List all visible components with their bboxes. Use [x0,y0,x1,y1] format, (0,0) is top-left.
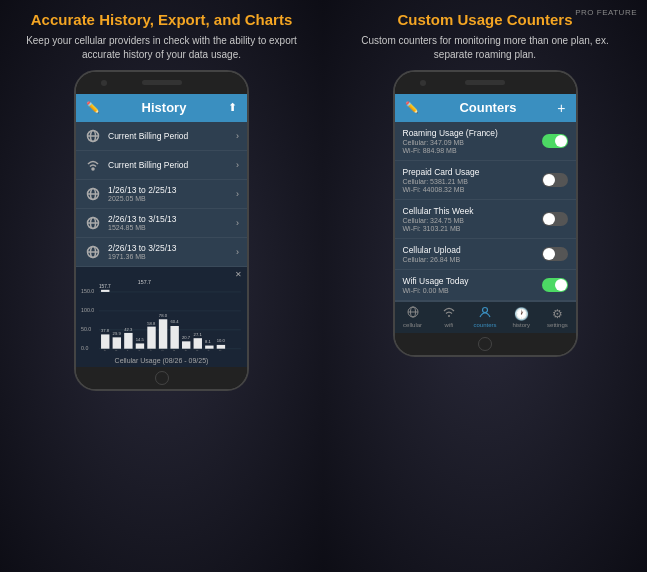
toggle-4[interactable] [542,278,568,292]
tab-wifi[interactable]: wifi [431,302,467,333]
svg-text:09/07: 09/07 [145,348,154,351]
svg-text:42.3: 42.3 [124,326,133,331]
history-item-sub-3: 1524.85 MB [108,224,236,231]
history-item-title-1: Current Billing Period [108,160,236,170]
counters-tab-icon [479,306,491,321]
svg-point-3 [92,168,94,170]
pro-badge: PRO FEATURE [575,8,637,17]
svg-rect-32 [159,319,167,348]
svg-text:37.8: 37.8 [101,327,110,332]
counter-item-content-0: Roaming Usage (France) Cellular: 347.09 … [403,128,542,154]
tab-cellular[interactable]: cellular [395,302,431,333]
history-item-title-2: 1/26/13 to 2/25/13 [108,185,236,195]
svg-text:27.1: 27.1 [194,332,203,337]
toggle-0[interactable] [542,134,568,148]
history-item-title-4: 2/26/13 to 3/25/13 [108,243,236,253]
svg-text:09/22: 09/22 [203,348,212,351]
svg-rect-30 [147,326,155,348]
right-phone-camera [420,80,426,86]
svg-text:08/29: 08/29 [110,348,119,351]
history-item-0[interactable]: Current Billing Period › [76,122,247,151]
tab-history[interactable]: 🕐 history [503,302,539,333]
chart-label: Cellular Usage (08/26 - 09/25) [80,357,243,364]
history-item-content-0: Current Billing Period [108,131,236,141]
history-item-content-2: 1/26/13 to 2/25/13 2025.05 MB [108,185,236,202]
toggle-2[interactable] [542,212,568,226]
counter-item-title-0: Roaming Usage (France) [403,128,542,138]
left-panel: Accurate History, Export, and Charts Kee… [0,0,323,572]
chart-svg: 0.0 50.0 100.0 150.0 157.7 37.8 [80,273,243,352]
svg-text:58.8: 58.8 [147,320,156,325]
globe-icon-4 [84,243,102,261]
svg-point-60 [448,315,450,317]
right-home-button[interactable] [478,337,492,351]
phone-screen: ✏️ History ⬆ Current Billing Period › [76,94,247,368]
counter-item-sub1-4: Wi-Fi: 0.00 MB [403,287,542,294]
right-subtitle: Custom counters for monitoring more than… [323,30,647,62]
toggle-1[interactable] [542,173,568,187]
tab-counters[interactable]: counters [467,302,503,333]
right-phone-screen: ✏️ Counters + Roaming Usage (France) Cel… [395,94,576,333]
svg-rect-28 [136,343,144,348]
chart-close-icon[interactable]: ✕ [235,270,242,279]
edit-icon: ✏️ [86,101,100,114]
history-header: ✏️ History ⬆ [76,94,247,122]
counter-item-2[interactable]: Cellular This Week Cellular: 324.75 MB W… [395,200,576,239]
svg-text:09/10: 09/10 [156,348,165,351]
left-title: Accurate History, Export, and Charts [11,10,312,30]
counter-item-title-1: Prepaid Card Usage [403,167,542,177]
history-item-sub-4: 1971.36 MB [108,253,236,260]
right-phone: ✏️ Counters + Roaming Usage (France) Cel… [393,70,578,357]
svg-text:08/26: 08/26 [98,348,107,351]
chevron-icon-2: › [236,189,239,199]
history-item-content-1: Current Billing Period [108,160,236,170]
history-item-sub-2: 2025.05 MB [108,195,236,202]
counter-item-sub2-1: Wi-Fi: 44008.32 MB [403,186,542,193]
svg-rect-40 [205,345,213,348]
tab-settings[interactable]: ⚙ settings [539,302,575,333]
chevron-icon-3: › [236,218,239,228]
svg-rect-36 [182,341,190,348]
globe-icon-3 [84,214,102,232]
toggle-3[interactable] [542,247,568,261]
counter-item-content-1: Prepaid Card Usage Cellular: 5381.21 MB … [403,167,542,193]
counter-item-4[interactable]: Wifi Usage Today Wi-Fi: 0.00 MB [395,270,576,301]
history-item-1[interactable]: Current Billing Period › [76,151,247,180]
home-button[interactable] [155,371,169,385]
wifi-tab-icon [443,306,455,321]
svg-text:09/16: 09/16 [179,348,188,351]
globe-icon-0 [84,127,102,145]
counter-item-title-4: Wifi Usage Today [403,276,542,286]
tab-wifi-label: wifi [444,322,453,328]
tab-counters-label: counters [474,322,497,328]
history-item-2[interactable]: 1/26/13 to 2/25/13 2025.05 MB › [76,180,247,209]
counter-item-1[interactable]: Prepaid Card Usage Cellular: 5381.21 MB … [395,161,576,200]
svg-text:09/13: 09/13 [168,348,177,351]
right-title: Custom Usage Counters [377,10,592,30]
svg-text:150.0: 150.0 [81,287,94,293]
svg-rect-38 [194,338,202,349]
right-phone-top [395,72,576,94]
counter-item-3[interactable]: Cellular Upload Cellular: 26.84 MB [395,239,576,270]
history-item-3[interactable]: 2/26/13 to 3/15/13 1524.85 MB › [76,209,247,238]
svg-text:20.7: 20.7 [182,335,191,340]
counter-item-sub1-3: Cellular: 26.84 MB [403,256,542,263]
counter-item-0[interactable]: Roaming Usage (France) Cellular: 347.09 … [395,122,576,161]
history-item-title-3: 2/26/13 to 3/15/13 [108,214,236,224]
svg-rect-34 [170,325,178,348]
svg-text:8.1: 8.1 [205,339,211,344]
tab-history-label: history [512,322,530,328]
svg-text:50.0: 50.0 [81,325,91,331]
svg-rect-26 [124,332,132,348]
history-item-4[interactable]: 2/26/13 to 3/25/13 1971.36 MB › [76,238,247,267]
counters-title: Counters [459,100,516,115]
counters-add-icon[interactable]: + [557,100,565,116]
phone-bottom [76,367,247,389]
counter-item-sub1-2: Cellular: 324.75 MB [403,217,542,224]
right-phone-speaker [465,80,505,85]
counter-item-content-4: Wifi Usage Today Wi-Fi: 0.00 MB [403,276,542,294]
tab-bar: cellular wifi [395,301,576,333]
svg-rect-44 [101,289,109,291]
svg-text:60.4: 60.4 [170,319,179,324]
phone-speaker [142,80,182,85]
